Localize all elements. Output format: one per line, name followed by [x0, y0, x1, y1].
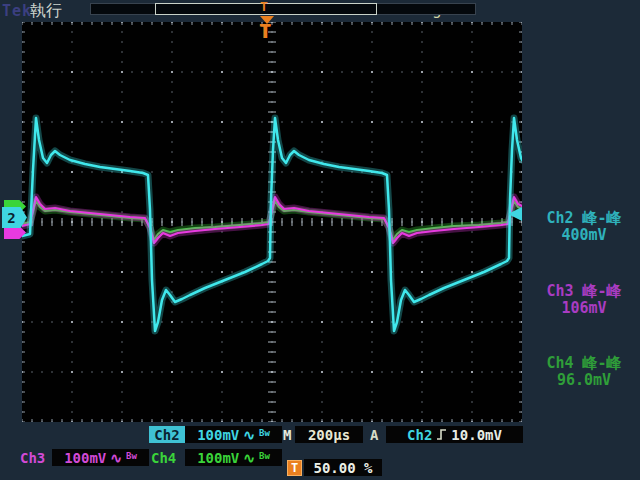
measurement-ch2-pkpk: Ch2 峰-峰 400mV [532, 210, 636, 244]
record-trigger-icon: T [260, 0, 268, 14]
timebase-readout: 200µs [295, 426, 363, 443]
ch4-scale-value: 100mV [197, 450, 239, 466]
ac-coupling-icon: ∿ [243, 450, 255, 466]
ch3-scale-value: 100mV [64, 450, 106, 466]
ch2-channel-badge[interactable]: Ch2 [149, 426, 185, 443]
measurement-ch3-pkpk: Ch3 峰-峰 106mV [532, 283, 636, 317]
ac-coupling-icon: ∿ [110, 450, 122, 466]
trigger-position-t-icon[interactable]: T [259, 20, 270, 42]
measurement-value: 106mV [532, 300, 636, 317]
ch2-scale-readout: 100mV ∿ Bw [185, 426, 282, 443]
rising-edge-icon [436, 428, 447, 441]
bandwidth-limit-icon: Bw [126, 451, 137, 461]
timebase-prefix: M [283, 427, 291, 443]
timebase-value: 200µs [308, 427, 350, 443]
graticule [22, 22, 522, 422]
ch4-scale-readout: 100mV ∿ Bw [185, 449, 282, 466]
ac-coupling-icon: ∿ [243, 427, 255, 443]
ch3-scale-readout: 100mV ∿ Bw [52, 449, 149, 466]
trigger-readout: Ch2 10.0mV [386, 426, 523, 443]
measurement-ch4-pkpk: Ch4 峰-峰 96.0mV [532, 355, 636, 389]
measurement-label: Ch2 峰-峰 [532, 210, 636, 227]
bandwidth-limit-icon: Bw [259, 428, 270, 438]
trigger-source: Ch2 [407, 427, 432, 443]
measurement-label: Ch3 峰-峰 [532, 283, 636, 300]
ch2-scale-value: 100mV [197, 427, 239, 443]
ch3-channel-label[interactable]: Ch3 [20, 450, 45, 466]
measurement-value: 96.0mV [532, 372, 636, 389]
trigger-position-value: 50.00 % [313, 460, 372, 476]
waveform-display [22, 22, 522, 422]
bandwidth-limit-icon: Bw [259, 451, 270, 461]
ch4-channel-label[interactable]: Ch4 [151, 450, 176, 466]
trigger-position-readout: 50.00 % [304, 459, 382, 476]
measurement-value: 400mV [532, 227, 636, 244]
tek-logo: Tek [2, 2, 32, 20]
trigger-type-label: A [370, 427, 378, 443]
trigger-level-value: 10.0mV [451, 427, 502, 443]
measurement-label: Ch4 峰-峰 [532, 355, 636, 372]
oscilloscope-screen: { "header": { "logo": "Tek", "acq_status… [0, 0, 640, 480]
trigger-position-badge-icon: T [287, 460, 302, 476]
acquisition-status: 執行 [30, 1, 62, 22]
